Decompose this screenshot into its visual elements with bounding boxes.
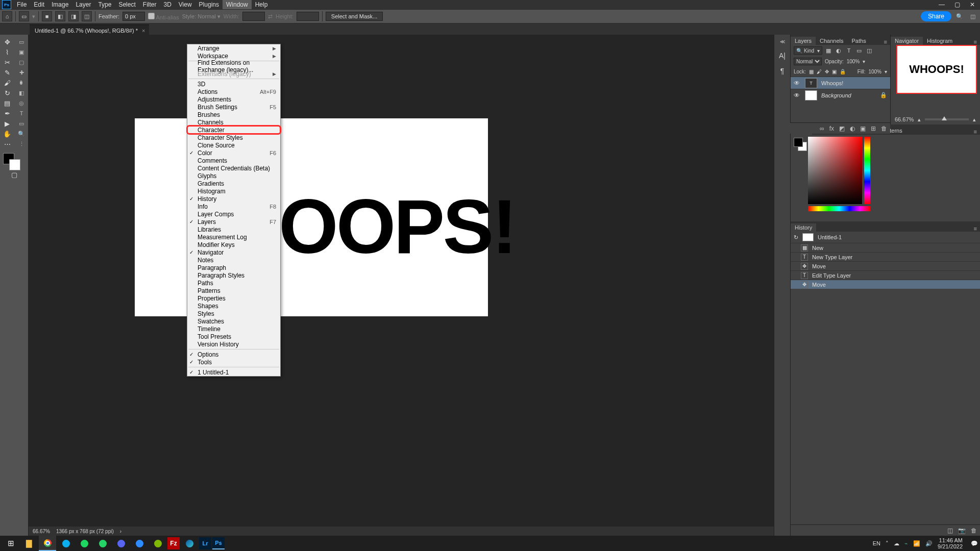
gradient-tool-icon[interactable]: ▤	[0, 98, 14, 108]
marquee-tool-icon[interactable]: ▭	[14, 37, 29, 47]
frame-tool-icon[interactable]: ▢	[14, 57, 29, 67]
navigator-thumbnail[interactable]: WHOOPS!	[896, 45, 977, 94]
menu-plugins[interactable]: Plugins	[195, 0, 223, 9]
menu-item-patterns[interactable]: Patterns	[187, 287, 280, 294]
chrome-icon[interactable]	[39, 536, 56, 551]
eraser-tool-icon[interactable]: ◧	[14, 88, 29, 98]
zoom-out-icon[interactable]: ▴	[918, 116, 921, 123]
layer-style-icon[interactable]: fx	[829, 125, 834, 132]
shape-tool-icon[interactable]: ▭	[14, 118, 29, 129]
menu-item-character-styles[interactable]: Character Styles	[187, 134, 280, 141]
menu-item-1-untitled-1[interactable]: ✓1 Untitled-1	[187, 368, 280, 376]
layer-mask-icon[interactable]: ◩	[839, 125, 845, 132]
menu-item-histogram[interactable]: Histogram	[187, 187, 280, 195]
new-snapshot-icon[interactable]: 📷	[958, 527, 966, 534]
lock-transparent-icon[interactable]: ▦	[809, 69, 814, 74]
lock-all-icon[interactable]: 🔒	[840, 69, 846, 74]
menu-item-tools[interactable]: ✓Tools	[187, 358, 280, 366]
wifi-icon[interactable]: 📶	[913, 540, 920, 547]
selection-add-icon[interactable]: ◧	[55, 11, 65, 21]
menu-item-content-credentials-beta-[interactable]: Content Credentials (Beta)	[187, 164, 280, 172]
menu-item-libraries[interactable]: Libraries	[187, 226, 280, 233]
layer-thumb[interactable]	[805, 90, 817, 101]
spotify-icon[interactable]	[76, 536, 93, 551]
history-step[interactable]: TEdit Type Layer	[791, 270, 980, 280]
document-tab[interactable]: Untitled-1 @ 66.7% (Whoops!, RGB/8#) * ×	[30, 24, 149, 35]
type-tool-icon[interactable]: T	[14, 108, 29, 118]
clock[interactable]: 11:46 AM 9/21/2022	[938, 537, 966, 549]
filezilla-icon[interactable]: Fz	[167, 537, 180, 549]
menu-item-find-extensions-on-exchange-legacy-[interactable]: Find Extensions on Exchange (legacy)...	[187, 62, 280, 70]
menu-item-character[interactable]: Character	[187, 126, 280, 134]
layer-name[interactable]: Background	[821, 92, 851, 98]
menu-item-timeline[interactable]: Timeline	[187, 325, 280, 333]
character-panel-icon[interactable]: A|	[779, 52, 786, 60]
menu-type[interactable]: Type	[94, 0, 115, 9]
crop-tool-icon[interactable]: ✂	[0, 57, 14, 67]
menu-item-options[interactable]: ✓Options	[187, 350, 280, 358]
menu-item-styles[interactable]: Styles	[187, 310, 280, 317]
brush-tool-icon[interactable]: 🖌	[0, 78, 14, 88]
blur-tool-icon[interactable]: ◎	[14, 98, 29, 108]
photoshop-icon[interactable]: Ps	[212, 537, 225, 549]
workspace-icon[interactable]: ◫	[968, 11, 978, 21]
menu-item-version-history[interactable]: Version History	[187, 340, 280, 348]
history-step[interactable]: ✥Move	[791, 280, 980, 289]
paragraph-panel-icon[interactable]: ¶	[780, 67, 785, 75]
selection-subtract-icon[interactable]: ◨	[68, 11, 79, 21]
lasso-tool-icon[interactable]: ⌇	[0, 47, 14, 57]
zoom-tool-icon[interactable]: 🔍	[14, 129, 29, 139]
menu-item-gradients[interactable]: Gradients	[187, 180, 280, 187]
filter-adjust-icon[interactable]: ◐	[835, 46, 843, 55]
expand-panels-icon[interactable]: ≪	[780, 39, 785, 44]
share-button[interactable]: Share	[921, 11, 951, 21]
skype-icon[interactable]	[57, 536, 75, 551]
menu-item-3d[interactable]: 3D	[187, 80, 280, 88]
menu-item-glyphs[interactable]: Glyphs	[187, 172, 280, 180]
volume-icon[interactable]: 🔊	[925, 540, 933, 547]
menu-item-navigator[interactable]: ✓Navigator	[187, 248, 280, 256]
adjustment-layer-icon[interactable]: ◐	[850, 125, 855, 132]
panel-menu-icon[interactable]: ≡	[971, 39, 980, 45]
bluetooth-icon[interactable]: ⌁	[904, 540, 908, 547]
menu-item-color[interactable]: ✓ColorF6	[187, 149, 280, 157]
history-brush-tool-icon[interactable]: ↻	[0, 88, 14, 98]
menu-item-modifier-keys[interactable]: Modifier Keys	[187, 241, 280, 248]
history-step[interactable]: ▦New	[791, 243, 980, 252]
link-layers-icon[interactable]: ∞	[820, 125, 824, 132]
start-button[interactable]: ⊞	[2, 536, 19, 551]
layer-row[interactable]: 👁Background🔒	[791, 89, 890, 101]
group-icon[interactable]: ▣	[860, 125, 866, 132]
zoom-in-icon[interactable]: ▴	[973, 116, 976, 123]
filter-pixel-icon[interactable]: ▦	[824, 46, 832, 55]
app-icon[interactable]	[149, 536, 166, 551]
menu-item-brushes[interactable]: Brushes	[187, 111, 280, 118]
hue-bar[interactable]	[808, 206, 870, 211]
panel-menu-icon[interactable]: ≡	[971, 226, 980, 232]
new-doc-from-state-icon[interactable]: ◫	[947, 527, 953, 534]
panel-menu-icon[interactable]: ≡	[881, 39, 890, 45]
menu-window[interactable]: Window	[223, 0, 252, 9]
file-explorer-icon[interactable]: ▇	[20, 536, 38, 551]
menu-select[interactable]: Select	[115, 0, 139, 9]
visibility-icon[interactable]: 👁	[794, 80, 801, 87]
delete-state-icon[interactable]: 🗑	[971, 527, 977, 534]
path-select-tool-icon[interactable]: ▶	[0, 118, 14, 129]
canvas-area[interactable]: OOPS! Arrange▶Workspace▶Find Extensions …	[29, 35, 774, 536]
tray-chevron-icon[interactable]: ˄	[886, 540, 889, 547]
hue-strip[interactable]	[864, 137, 870, 204]
layer-row[interactable]: 👁TWhoops!	[791, 77, 890, 89]
search-icon[interactable]: 🔍	[954, 11, 965, 21]
status-zoom[interactable]: 66.67%	[33, 529, 50, 534]
zoom-icon[interactable]	[131, 536, 148, 551]
menu-item-clone-source[interactable]: Clone Source	[187, 141, 280, 149]
filter-shape-icon[interactable]: ▭	[855, 46, 863, 55]
select-and-mask-button[interactable]: Select and Mask...	[326, 12, 383, 21]
menu-item-channels[interactable]: Channels	[187, 118, 280, 126]
feather-input[interactable]	[122, 12, 145, 21]
move-tool-icon[interactable]: ✥	[0, 37, 14, 47]
pen-tool-icon[interactable]: ✒	[0, 108, 14, 118]
close-button[interactable]: ✕	[965, 0, 980, 9]
lock-pixels-icon[interactable]: 🖌	[817, 69, 822, 74]
lightroom-icon[interactable]: Lr	[199, 537, 211, 549]
